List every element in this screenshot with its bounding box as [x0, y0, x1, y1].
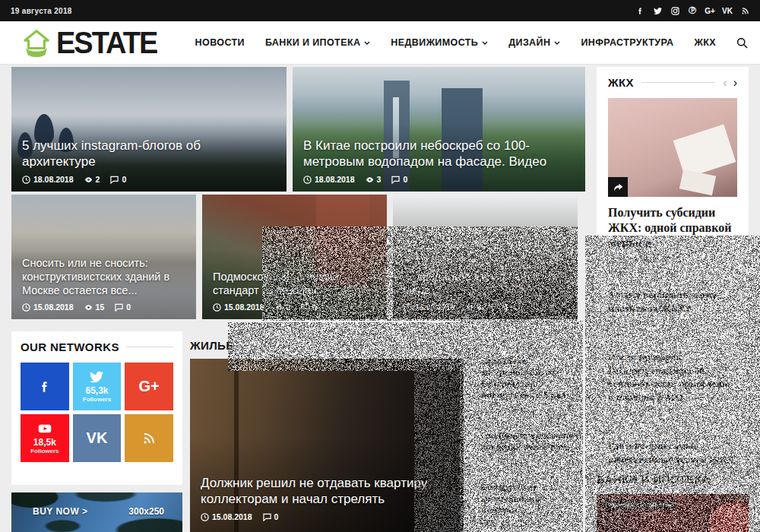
red-disc-shape	[709, 502, 749, 532]
views-eye-icon	[275, 303, 283, 312]
nav-nedvizhimost[interactable]: НЕДВИЖИМОСТЬ	[391, 37, 488, 48]
list-item[interactable]: Где в России самые качественные услуги Ж…	[608, 428, 737, 478]
instagram-icon[interactable]	[670, 6, 679, 15]
followers-label: Followers	[30, 448, 59, 454]
topbar-social: Ⓟ G+ VK	[635, 6, 749, 15]
nav-banki-i-ipoteka[interactable]: БАНКИ И ИПОТЕКА	[265, 37, 370, 48]
clock-icon	[481, 406, 488, 413]
zhkh-article-image[interactable]	[608, 98, 737, 197]
search-icon[interactable]	[736, 37, 748, 49]
comments-icon	[391, 176, 400, 184]
nav-infrastruktura[interactable]: ИНФРАСТРУКТУРА	[581, 37, 673, 48]
share-button[interactable]	[608, 177, 628, 197]
google-plus-icon[interactable]: G+	[705, 6, 714, 15]
chevron-down-icon	[482, 41, 488, 45]
page: 19 августа 2018 Ⓟ G+ VK EST	[0, 0, 760, 532]
article-title[interactable]: В Китае построили небоскреб со 100-метро…	[303, 138, 575, 170]
site-logo[interactable]: ESTATE	[21, 27, 157, 59]
vk-tile[interactable]: VK	[73, 414, 122, 462]
twitter-tile[interactable]: 65,3k Followers	[73, 363, 122, 410]
clock-icon	[608, 319, 615, 326]
main-nav: НОВОСТИ БАНКИ И ИПОТЕКА НЕДВИЖИМОСТЬ ДИЗ…	[195, 37, 748, 49]
item-title: Где в России самые качественные услуги Ж…	[608, 439, 737, 466]
article-comments: 0	[274, 512, 279, 521]
vk-icon[interactable]: VK	[723, 6, 732, 15]
list-item[interactable]: Страховка застройщиков от банкротства по…	[481, 356, 583, 413]
facebook-icon[interactable]	[635, 6, 644, 15]
article-title[interactable]: … кредитное жилье на 6,8 млрд…	[404, 270, 567, 297]
list-item[interactable]: Белорусские … коммунальные платежи… 13.0…	[481, 482, 583, 528]
views-eye-icon	[84, 303, 93, 312]
twitter-followers-count: 65,3k	[85, 385, 108, 396]
article-date: 18.08.2018	[315, 175, 355, 184]
article-date: 15.08.2018	[619, 256, 657, 264]
paper-shape	[679, 169, 716, 196]
comments-icon	[492, 303, 500, 312]
views-eye-icon	[466, 303, 474, 312]
logo-text: ESTATE	[56, 25, 157, 60]
pinterest-icon[interactable]: Ⓟ	[688, 6, 697, 15]
comments-icon	[263, 513, 271, 521]
list-item[interactable]: Госдума предложила в кредитах учитывать……	[481, 430, 583, 465]
nav-zhkh[interactable]: ЖКХ	[695, 37, 716, 48]
article-card-china-waterfall[interactable]: В Китае построили небоскреб со 100-метро…	[293, 67, 585, 192]
nav-novosti[interactable]: НОВОСТИ	[195, 37, 245, 48]
comments-icon	[110, 176, 119, 184]
zhkh-main-article-title[interactable]: Получить субсидии ЖКХ: одной справкой ме…	[608, 205, 737, 251]
clock-icon	[213, 303, 221, 312]
logo-house-icon	[21, 28, 52, 57]
article-comments: 0	[122, 175, 126, 184]
article-title[interactable]: 5 лучших instagram-блогов об архитектуре	[22, 138, 276, 170]
twitter-icon	[90, 370, 103, 384]
clock-icon	[303, 176, 312, 184]
facebook-icon	[38, 380, 52, 394]
rss-tile[interactable]	[125, 414, 173, 462]
zhkh-widget-title: ЖКХ	[608, 76, 634, 89]
zhilye-section-header: ЖИЛЬЕ	[190, 339, 582, 352]
google-plus-tile[interactable]: G+	[125, 363, 173, 410]
clock-icon	[404, 303, 412, 312]
carousel-next-icon[interactable]: ›	[733, 77, 737, 89]
top-bar: 19 августа 2018 Ⓟ G+ VK	[0, 0, 760, 21]
banks-banner[interactable]: Экономика и финансы	[597, 494, 749, 532]
site-header: ESTATE НОВОСТИ БАНКИ И ИПОТЕКА НЕДВИЖИМО…	[0, 21, 760, 65]
item-title: После проверок Госадмтехнадзора 50 тепло…	[608, 350, 737, 404]
article-views: 8	[287, 302, 291, 312]
youtube-tile[interactable]: 18,5k Followers	[21, 414, 69, 462]
twitter-icon[interactable]	[653, 6, 662, 15]
article-card-debtor[interactable]: Должник решил не отдавать квартиру колле…	[190, 359, 464, 532]
article-card-podmoskovny[interactable]: Подмосковный … новый стандарт … сезона» …	[202, 195, 387, 319]
buy-now-label[interactable]: BUY NOW >	[33, 506, 88, 517]
banner-caption: Экономика и финансы	[604, 500, 676, 510]
article-date: 15.08.2018	[212, 512, 252, 521]
article-title[interactable]: Сносить или не сносить: конструктивистск…	[22, 256, 185, 297]
banks-section-header: БАНКИ И ИПОТЕКА	[597, 473, 749, 486]
list-item[interactable]: Хотите выбирать, кому платить за ЖКХ? 14…	[608, 277, 737, 327]
nav-dizain[interactable]: ДИЗАЙН	[508, 37, 560, 48]
article-comments: 0	[403, 175, 407, 184]
clock-icon	[481, 458, 488, 464]
article-date: 18.08.2018	[33, 175, 74, 184]
banner-size-label: 300x250	[128, 506, 164, 517]
list-item[interactable]: После проверок Госадмтехнадзора 50 тепло…	[608, 339, 737, 416]
article-views: 6	[477, 302, 482, 312]
article-card-credit-housing[interactable]: … кредитное жилье на 6,8 млрд… 15.08.201…	[393, 195, 578, 319]
article-date: 15.08.2018	[415, 302, 455, 312]
article-date: 15.08.2018	[33, 302, 74, 312]
article-views: 15	[96, 302, 105, 312]
networks-title: OUR NETWORKS	[21, 340, 119, 353]
article-title[interactable]: Должник решил не отдавать квартиру колле…	[201, 475, 453, 508]
zhilye-title: ЖИЛЬЕ	[190, 339, 234, 352]
link-date: 13.08.2018	[491, 519, 527, 527]
rss-icon[interactable]	[740, 6, 749, 15]
chevron-down-icon	[364, 41, 370, 45]
facebook-tile[interactable]	[21, 363, 69, 410]
article-date: 15.08.2018	[224, 302, 264, 312]
carousel-prev-icon[interactable]: ‹	[723, 77, 727, 89]
article-card-instagram-blogs[interactable]: 5 лучших instagram-блогов об архитектуре…	[11, 67, 287, 192]
article-title[interactable]: Подмосковный … новый стандарт … сезона»	[213, 270, 376, 297]
ad-banner[interactable]: BUY NOW > 300x250	[11, 492, 182, 532]
item-title: Хотите выбирать, кому платить за ЖКХ?	[608, 288, 737, 315]
comments-icon	[666, 257, 673, 264]
article-card-constructivism[interactable]: Сносить или не сносить: конструктивистск…	[11, 195, 196, 319]
